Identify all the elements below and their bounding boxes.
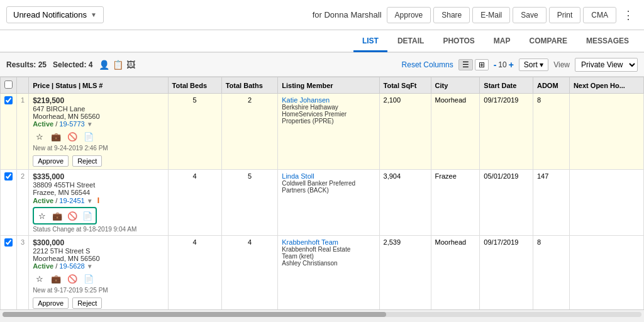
row-price-status-mls: $219,500 647 BIRCH Lane Moorhead, MN 565… — [29, 94, 168, 170]
block-icon[interactable]: 🚫 — [65, 209, 79, 223]
tab-compare[interactable]: COMPARE — [521, 31, 576, 52]
list-view-btn[interactable]: ☰ — [458, 59, 473, 70]
member-company: Berkshire HathawayHomeServices PremierPr… — [282, 104, 375, 125]
increase-count-btn[interactable]: + — [509, 60, 514, 70]
row-listing-member: Linda Stoll Coldwell Banker PreferredPar… — [278, 170, 379, 236]
row-adom: 8 — [533, 236, 569, 310]
briefcase-icon[interactable]: 💼 — [50, 209, 64, 223]
header-total-sqft: Total SqFt — [379, 77, 431, 94]
view-select[interactable]: Private View Public View — [575, 58, 638, 72]
member-name[interactable]: Katie Johansen — [282, 96, 375, 104]
table-header-row: Price | Status | MLS # Total Beds Total … — [1, 77, 644, 94]
mls-chevron-icon[interactable]: ▼ — [87, 121, 93, 128]
row-baths: 4 — [221, 236, 278, 310]
table-row: 1 $219,500 647 BIRCH Lane Moorhead, MN 5… — [1, 94, 644, 170]
header-total-baths: Total Baths — [221, 77, 278, 94]
approve-button[interactable]: Approve — [387, 7, 431, 23]
row-city: Moorhead — [431, 236, 480, 310]
row-checkbox[interactable] — [4, 96, 13, 104]
tab-map[interactable]: MAP — [485, 31, 519, 52]
highlighted-icon-group: ☆ 💼 🚫 📄 — [33, 207, 97, 225]
scrollbar-track — [3, 312, 641, 317]
more-options-button[interactable]: ⋮ — [619, 6, 638, 25]
mls-chevron-icon[interactable]: ▼ — [87, 263, 93, 270]
listing-city-state: Moorhead, MN 56560 — [33, 255, 164, 262]
scrollbar-thumb[interactable] — [3, 312, 386, 317]
row-city: Moorhead — [431, 94, 480, 170]
star-icon[interactable]: ☆ — [35, 209, 49, 223]
approve-listing-btn[interactable]: Approve — [33, 297, 69, 309]
star-icon[interactable]: ☆ — [33, 130, 47, 143]
table-row: 3 $300,000 2212 5TH Street S Moorhead, M… — [1, 236, 644, 310]
status-change-text: Status Change at 9-18-2019 9:04 AM — [33, 226, 164, 233]
row-checkbox-cell — [1, 94, 17, 170]
notes-icon[interactable]: 📄 — [82, 272, 96, 286]
briefcase-icon[interactable]: 💼 — [49, 130, 63, 143]
save-button[interactable]: Save — [513, 7, 546, 23]
toolbar-left: Results: 25 Selected: 4 👤 📋 🖼 — [6, 60, 135, 70]
row-sqft: 2,539 — [379, 236, 431, 310]
print-button[interactable]: Print — [549, 7, 581, 23]
action-icons: ☆ 💼 🚫 📄 — [33, 272, 164, 286]
member-name[interactable]: Linda Stoll — [282, 172, 375, 180]
row-adom: 147 — [533, 170, 569, 236]
block-icon[interactable]: 🚫 — [65, 130, 79, 143]
table-container: Price | Status | MLS # Total Beds Total … — [0, 77, 644, 309]
row-start-date: 05/01/2019 — [480, 170, 533, 236]
header-listing-member: Listing Member — [278, 77, 379, 94]
row-checkbox[interactable] — [4, 238, 13, 247]
row-listing-member: Krabbenhoft Team Krabbenhoft Real Estate… — [278, 236, 379, 310]
tab-messages[interactable]: MESSAGES — [577, 31, 638, 52]
star-icon[interactable]: ☆ — [33, 272, 47, 286]
reject-listing-btn[interactable]: Reject — [72, 297, 102, 309]
share-button[interactable]: Share — [433, 7, 470, 23]
notes-icon[interactable]: 📄 — [80, 209, 94, 223]
tab-list[interactable]: LIST — [353, 31, 387, 52]
approve-reject-buttons: Approve Reject — [33, 296, 164, 309]
mls-chevron-icon[interactable]: ▼ — [87, 197, 93, 204]
listing-status: Active — [33, 120, 53, 128]
top-center: for Donna Marshall Approve Share E-Mail … — [313, 6, 638, 25]
select-all-checkbox[interactable] — [4, 80, 13, 89]
reject-listing-btn[interactable]: Reject — [72, 155, 102, 167]
row-start-date: 09/17/2019 — [480, 94, 533, 170]
listing-address: 2212 5TH Street S — [33, 247, 164, 255]
tab-photos[interactable]: PHOTOS — [434, 31, 483, 52]
horizontal-scrollbar[interactable] — [0, 309, 644, 318]
row-beds: 4 — [168, 236, 221, 310]
briefcase-icon[interactable]: 💼 — [49, 272, 63, 286]
action-icons-highlighted: ☆ 💼 🚫 📄 — [33, 207, 164, 225]
email-button[interactable]: E-Mail — [472, 7, 510, 23]
member-name[interactable]: Krabbenhoft Team — [282, 238, 375, 246]
dropdown-arrow-icon: ▼ — [91, 11, 97, 18]
notifications-dropdown[interactable]: Unread Notifications ▼ — [6, 6, 104, 23]
header-checkbox[interactable] — [1, 77, 17, 94]
listing-price: $219,500 — [33, 96, 164, 105]
toolbar-icons: 👤 📋 🖼 — [99, 60, 135, 70]
contacts-icon[interactable]: 👤 — [99, 60, 109, 70]
row-checkbox-cell — [1, 170, 17, 236]
header-next-open-house: Next Open Ho... — [569, 77, 643, 94]
header-start-date: Start Date — [480, 77, 533, 94]
decrease-count-btn[interactable]: - — [494, 60, 497, 70]
row-next-open — [569, 94, 643, 170]
listing-mls-link[interactable]: 19-2451 — [59, 197, 84, 204]
row-beds: 5 — [168, 94, 221, 170]
results-count: Results: 25 Selected: 4 — [6, 60, 92, 69]
tab-detail[interactable]: DETAIL — [389, 31, 433, 52]
listing-mls-link[interactable]: 19-5773 — [59, 120, 84, 128]
sort-button[interactable]: Sort ▾ — [519, 58, 548, 71]
header-city: City — [431, 77, 480, 94]
notes-icon[interactable]: 📄 — [82, 130, 96, 143]
cma-button[interactable]: CMA — [583, 7, 616, 23]
camera-icon[interactable]: 🖼 — [126, 60, 135, 70]
row-checkbox[interactable] — [4, 172, 13, 180]
for-label: for Donna Marshall — [313, 10, 382, 19]
grid-view-btn[interactable]: ⊞ — [475, 59, 489, 70]
header-adom: ADOM — [533, 77, 569, 94]
edit-icon[interactable]: 📋 — [113, 60, 123, 70]
block-icon[interactable]: 🚫 — [65, 272, 79, 286]
reset-columns-link[interactable]: Reset Columns — [402, 60, 453, 69]
listing-mls-link[interactable]: 19-5628 — [59, 262, 84, 270]
approve-listing-btn[interactable]: Approve — [33, 155, 69, 167]
